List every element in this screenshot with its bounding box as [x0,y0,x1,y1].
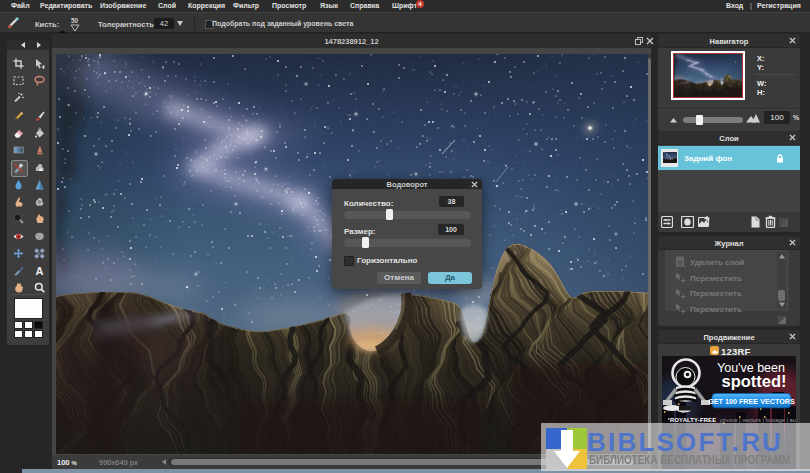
svg-text:A: A [36,265,44,276]
svg-text:spotted!: spotted! [721,372,786,390]
svg-text:GET 100 FREE VECTORS: GET 100 FREE VECTORS [708,397,795,406]
